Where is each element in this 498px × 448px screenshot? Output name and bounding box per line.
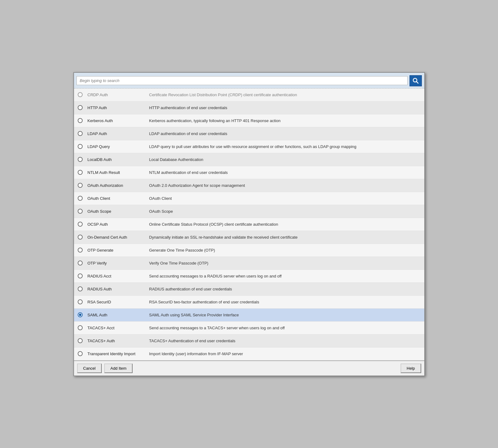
item-description: LDAP authentication of end user credenti… [149,131,421,136]
item-name: OAuth Authorization [88,183,149,188]
list-item[interactable]: TACACS+ AuthTACACS+ Authentication of en… [74,335,424,347]
item-name: SAML Auth [88,313,149,317]
list-item[interactable]: Kerberos AuthKerberos authentication, ty… [74,114,424,127]
radio-button[interactable] [78,92,83,97]
list-item[interactable]: Transparent Identity ImportImport Identi… [74,347,424,360]
item-name: LocalDB Auth [88,157,149,162]
item-name: Kerberos Auth [88,118,149,123]
radio-button[interactable] [78,209,83,214]
add-item-button[interactable]: Add Item [104,364,133,373]
list-item[interactable]: LDAP AuthLDAP authentication of end user… [74,127,424,140]
radio-button[interactable] [78,286,83,291]
list-item[interactable]: HTTP AuthHTTP authentication of end user… [74,101,424,114]
radio-button[interactable] [78,248,83,253]
cancel-button[interactable]: Cancel [77,364,102,373]
radio-button[interactable] [78,131,83,136]
radio-button[interactable] [78,312,83,317]
list-item[interactable]: OAuth ClientOAuth Client [74,192,424,205]
radio-button[interactable] [78,105,83,110]
radio-button[interactable] [78,183,83,188]
list-item[interactable]: NTLM Auth ResultNTLM authentication of e… [74,166,424,179]
item-description: TACACS+ Authentication of end user crede… [149,339,421,343]
svg-line-1 [416,81,418,83]
item-description: Send accounting messages to a TACACS+ se… [149,326,421,330]
item-name: HTTP Auth [88,105,149,110]
list-item[interactable]: RADIUS AuthRADIUS authentication of end … [74,283,424,296]
item-description: Local Database Authentication [149,157,421,162]
item-description: RSA SecurID two-factor authentication of… [149,300,421,304]
radio-button[interactable] [78,157,83,162]
item-description: Kerberos authentication, typically follo… [149,118,421,123]
item-name: OAuth Scope [88,209,149,214]
item-name: CRDP Auth [88,92,149,97]
radio-button[interactable] [78,299,83,304]
dialog: CRDP AuthCertificate Revocation List Dis… [73,72,425,376]
footer-left: Cancel Add Item [77,364,133,373]
item-description: SAML Auth using SAML Service Provider In… [149,313,421,317]
list-item[interactable]: OAuth AuthorizationOAuth 2.0 Authorizati… [74,179,424,192]
item-name: LDAP Auth [88,131,149,136]
item-name: NTLM Auth Result [88,170,149,175]
list-item[interactable]: LocalDB AuthLocal Database Authenticatio… [74,153,424,166]
search-icon [413,78,419,84]
list-item[interactable]: OTP GenerateGenerate One Time Passcode (… [74,244,424,257]
radio-button[interactable] [78,325,83,330]
search-button[interactable] [410,75,422,86]
list-item[interactable]: SAML AuthSAML Auth using SAML Service Pr… [74,309,424,322]
item-name: RADIUS Acct [88,274,149,278]
item-name: RSA SecurID [88,300,149,304]
list-item[interactable]: TACACS+ AcctSend accounting messages to … [74,322,424,335]
radio-button[interactable] [78,222,83,227]
item-description: NTLM authentication of end user credenti… [149,170,421,175]
item-description: Certificate Revocation List Distribution… [149,92,421,97]
item-description: OAuth 2.0 Authorization Agent for scope … [149,183,421,188]
help-button[interactable]: Help [401,364,421,373]
item-description: LDAP query to pull user attributes for u… [149,144,421,149]
list-item[interactable]: OAuth ScopeOAuth Scope [74,205,424,218]
list-item[interactable]: RSA SecurIDRSA SecurID two-factor authen… [74,296,424,309]
item-description: Online Certificate Status Protocol (OCSP… [149,222,421,227]
radio-button[interactable] [78,351,83,356]
search-input[interactable] [76,76,408,85]
radio-button[interactable] [78,118,83,123]
list-item[interactable]: OTP VerifyVerify One Time Passcode (OTP) [74,257,424,270]
item-description: Import Identity (user) information from … [149,351,421,356]
list-container: CRDP AuthCertificate Revocation List Dis… [74,88,424,360]
radio-button[interactable] [78,273,83,278]
radio-button[interactable] [78,338,83,343]
item-name: OCSP Auth [88,222,149,227]
item-name: TACACS+ Acct [88,326,149,330]
item-name: OTP Verify [88,261,149,265]
footer: Cancel Add Item Help [74,360,424,376]
item-description: Generate One Time Passcode (OTP) [149,248,421,253]
item-name: Transparent Identity Import [88,351,149,356]
item-description: OAuth Scope [149,209,421,214]
list-item[interactable]: LDAP QueryLDAP query to pull user attrib… [74,140,424,153]
list-item[interactable]: CRDP AuthCertificate Revocation List Dis… [74,88,424,101]
radio-button[interactable] [78,144,83,149]
item-name: TACACS+ Auth [88,339,149,343]
item-description: RADIUS authentication of end user creden… [149,287,421,291]
item-name: RADIUS Auth [88,287,149,291]
search-bar [74,73,424,88]
item-description: OAuth Client [149,196,421,201]
item-description: Send accounting messages to a RADIUS ser… [149,274,421,278]
list-item[interactable]: OCSP AuthOnline Certificate Status Proto… [74,218,424,231]
item-description: Verify One Time Passcode (OTP) [149,261,421,265]
radio-button[interactable] [78,170,83,175]
radio-button[interactable] [78,261,83,265]
radio-button[interactable] [78,235,83,240]
item-name: LDAP Query [88,144,149,149]
item-name: On-Demand Cert Auth [88,235,149,240]
item-name: OTP Generate [88,248,149,253]
list-item[interactable]: On-Demand Cert AuthDynamically initiate … [74,231,424,244]
item-name: OAuth Client [88,196,149,201]
list-item[interactable]: RADIUS AcctSend accounting messages to a… [74,270,424,283]
item-description: HTTP authentication of end user credenti… [149,105,421,110]
radio-button[interactable] [78,196,83,201]
item-description: Dynamically initiate an SSL re-handshake… [149,235,421,240]
